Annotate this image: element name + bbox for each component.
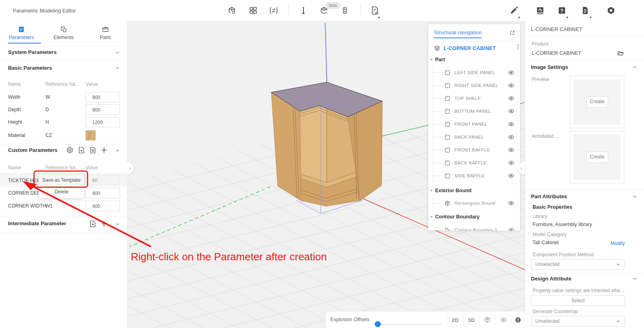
add-parameter-icon[interactable]	[100, 220, 108, 228]
tree-item[interactable]: FRONT BAFFLE	[428, 145, 520, 155]
tree-item[interactable]: RIGHT SIDE PANEL	[428, 80, 520, 91]
chevron-down-icon[interactable]	[115, 50, 120, 55]
param-value-input[interactable]: 80	[85, 175, 120, 185]
chevron-down-icon[interactable]	[115, 222, 120, 226]
app-window: Parametric Modeling Editor fx beta	[0, 0, 644, 328]
help-icon[interactable]: ?	[557, 6, 567, 15]
tree-item-label: SIDE BAFFLE	[454, 173, 508, 178]
tab-parameters[interactable]: Parameters	[3, 24, 39, 45]
view-2d-button[interactable]: 2D	[447, 311, 463, 328]
nav-group-contour-boundary[interactable]: Contour Boundary	[430, 213, 479, 221]
eye-icon[interactable]	[508, 121, 514, 127]
save-template-doc-icon[interactable]	[78, 146, 85, 154]
component-position-dropdown[interactable]: Unselected	[531, 259, 625, 270]
eye-icon[interactable]	[508, 82, 514, 89]
pin-measure-icon[interactable]	[299, 6, 308, 15]
document-export-icon[interactable]	[370, 6, 380, 15]
monitor-activity-icon[interactable]	[535, 6, 545, 15]
nav-root-node[interactable]: L-CORNER CABINET	[434, 44, 496, 53]
tree-item[interactable]: BACK BAFFLE	[428, 158, 520, 168]
chevron-up-icon[interactable]	[115, 66, 120, 71]
pattern-knot-icon[interactable]	[248, 6, 258, 15]
material-swatch[interactable]	[85, 130, 96, 141]
chevron-up-icon[interactable]	[632, 65, 637, 70]
eye-icon[interactable]	[508, 200, 514, 206]
divider	[525, 36, 644, 37]
tree-item[interactable]: FRONT PANEL	[428, 119, 520, 129]
basic-parameters-header[interactable]: Basic Parameters	[8, 65, 52, 71]
param-name[interactable]: CORNER WIDTH	[8, 203, 46, 209]
explosion-slider-thumb[interactable]	[375, 321, 381, 327]
l-corner-cabinet-model[interactable]	[271, 82, 382, 206]
structural-navigation-tab[interactable]: Structural navigation	[434, 29, 482, 35]
param-value-input[interactable]: 900	[85, 104, 120, 115]
context-menu-delete[interactable]: Delete	[39, 186, 84, 198]
nut-settings-icon[interactable]	[66, 146, 74, 154]
eye-icon[interactable]	[508, 172, 514, 179]
tree-item-label: FRONT PANEL	[454, 122, 508, 127]
chevron-up-icon[interactable]	[632, 276, 637, 281]
toolbar-divider	[360, 3, 361, 18]
tree-item[interactable]: BACK PANEL	[428, 132, 520, 142]
param-value-input[interactable]: 400	[85, 201, 120, 211]
document-list-icon[interactable]	[580, 6, 590, 15]
eye-icon[interactable]	[508, 134, 514, 140]
param-value-input[interactable]: 400	[85, 188, 120, 198]
basic-properties-header: Basic Properties	[533, 204, 572, 210]
warning-info-button[interactable]	[510, 311, 525, 328]
tree-item[interactable]: TOP SHELF	[428, 93, 520, 104]
chevron-up-icon[interactable]	[115, 148, 120, 153]
axis-y-dashed	[130, 187, 270, 247]
link-icon[interactable]	[340, 6, 350, 15]
model-category-label: Model Category	[533, 232, 567, 237]
tab-elements[interactable]: Elements	[45, 24, 82, 45]
eye-icon[interactable]	[508, 95, 514, 102]
part-attributes-header[interactable]: Part Attributes	[531, 193, 567, 199]
chevron-up-icon[interactable]	[632, 194, 637, 199]
eye-icon[interactable]	[508, 160, 514, 166]
tree-item[interactable]: Rectangular Bound	[428, 198, 520, 208]
isometric-cube-button[interactable]	[479, 311, 495, 328]
folder-open-icon[interactable]	[617, 50, 624, 57]
eye-icon[interactable]	[508, 69, 514, 76]
add-parameter-icon[interactable]	[100, 146, 108, 154]
nav-group-part[interactable]: Part	[430, 56, 445, 64]
chevron-down-icon	[616, 262, 621, 267]
param-value-input[interactable]: 900	[85, 92, 120, 102]
swap-parameters-icon[interactable]	[269, 6, 279, 15]
param-value-input[interactable]: 1200	[85, 117, 120, 127]
tree-item[interactable]: BOTTOM PANEL	[428, 106, 520, 116]
tree-item[interactable]: Contour Boundary 1	[428, 225, 520, 230]
eye-icon[interactable]	[508, 227, 514, 230]
system-parameters-header[interactable]: System Parameters	[8, 49, 57, 55]
select-button[interactable]: Select	[531, 295, 625, 306]
nav-scrollbar-thumb[interactable]	[517, 44, 519, 50]
param-ref: W	[45, 94, 50, 100]
popout-icon[interactable]	[510, 30, 515, 35]
viewport-3d[interactable]: Structural navigation L-CORNER CABINET P…	[127, 21, 525, 328]
edit-pencil-icon[interactable]	[509, 6, 519, 15]
tree-item[interactable]: LEFT SIDE PANEL	[428, 67, 520, 78]
nav-group-exterior-bound[interactable]: Exterior Bound	[430, 187, 471, 195]
view-3d-button[interactable]: 3D	[463, 311, 479, 328]
create-annotated-button[interactable]: Create	[586, 152, 608, 163]
modify-link[interactable]: Modify	[611, 241, 625, 246]
explosion-slider-track[interactable]	[375, 324, 442, 325]
intermediate-parameter-header[interactable]: Intermediate Parameter	[8, 220, 66, 226]
image-settings-header[interactable]: Image Settings	[531, 64, 568, 70]
load-template-doc-icon[interactable]	[89, 146, 97, 154]
eye-icon[interactable]	[508, 108, 514, 114]
component-cube-icon[interactable]	[227, 6, 237, 15]
tab-parts[interactable]: Parts	[87, 24, 124, 45]
create-preview-button[interactable]: Create	[586, 96, 608, 108]
save-template-doc-icon[interactable]	[89, 220, 97, 228]
settings-nut-icon[interactable]	[606, 6, 616, 15]
library-value: Furniture, Assembly library	[533, 222, 592, 227]
top-toolbar: Parametric Modeling Editor fx beta	[0, 0, 644, 21]
custom-parameters-header[interactable]: Custom Parameters	[8, 147, 58, 153]
generate-countertop-dropdown[interactable]: Unselected	[531, 316, 625, 326]
eye-icon[interactable]	[508, 147, 514, 153]
tree-item[interactable]: SIDE BAFFLE	[428, 170, 520, 181]
design-attribute-header[interactable]: Design Attribute	[531, 276, 572, 282]
visibility-eye-button[interactable]	[495, 311, 512, 328]
